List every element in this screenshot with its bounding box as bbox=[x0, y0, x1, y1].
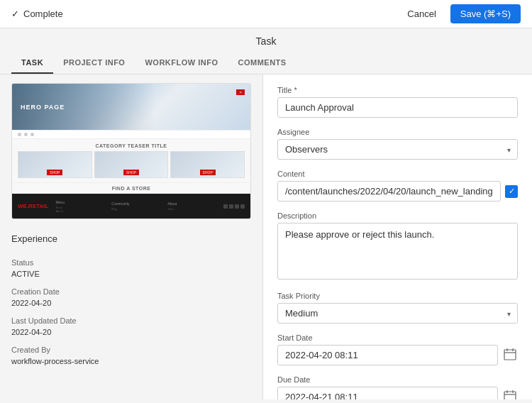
priority-select-wrapper: Low Medium High ▾ bbox=[277, 303, 518, 324]
start-date-label: Start Date bbox=[277, 333, 518, 342]
website-preview: HERO PAGE × CATEGORY TEASER TITLE SHOP S… bbox=[11, 83, 251, 219]
creation-date-value: 2022-04-20 bbox=[11, 299, 51, 307]
checkmark-icon: ✓ bbox=[11, 9, 19, 19]
main-content: HERO PAGE × CATEGORY TEASER TITLE SHOP S… bbox=[0, 74, 532, 399]
experience-label: Experience bbox=[11, 231, 251, 247]
meta-creation-date: Creation Date 2022-04-20 bbox=[11, 287, 251, 308]
content-row bbox=[277, 181, 518, 202]
content-checkbox[interactable] bbox=[505, 185, 518, 198]
last-updated-label: Last Updated Date bbox=[11, 316, 251, 325]
complete-button[interactable]: ✓ Complete bbox=[11, 9, 63, 19]
due-date-row bbox=[277, 387, 518, 399]
footer-col: Community Blog bbox=[111, 202, 163, 211]
footer-col-item: Blog bbox=[111, 207, 163, 211]
preview-category: CATEGORY TEASER TITLE SHOP SHOP SHOP bbox=[12, 138, 250, 182]
assignee-label: Assignee bbox=[277, 128, 518, 136]
card-button: SHOP bbox=[47, 170, 62, 175]
svg-rect-4 bbox=[504, 392, 516, 400]
tab-workflow-info[interactable]: WORKFLOW INFO bbox=[135, 54, 228, 74]
title-input[interactable] bbox=[277, 97, 518, 118]
preview-footer: WE.RETAIL Menu Store About Community Blo… bbox=[12, 194, 250, 219]
due-date-calendar-icon[interactable] bbox=[502, 388, 518, 400]
left-panel: HERO PAGE × CATEGORY TEASER TITLE SHOP S… bbox=[0, 74, 262, 399]
start-date-field-group: Start Date bbox=[277, 333, 518, 365]
content-input[interactable] bbox=[277, 181, 501, 202]
created-by-value: workflow-process-service bbox=[11, 357, 99, 365]
preview-hero: HERO PAGE × bbox=[12, 84, 250, 130]
tab-bar: TASK PROJECT INFO WORKFLOW INFO COMMENTS bbox=[0, 50, 532, 74]
footer-col-title: Menu bbox=[55, 200, 107, 204]
title-field-group: Title * bbox=[277, 86, 518, 118]
assignee-select-wrapper: Observers All Users Admin ▾ bbox=[277, 139, 518, 160]
footer-col-title: Community bbox=[111, 202, 163, 206]
title-label: Title * bbox=[277, 86, 518, 94]
tab-task[interactable]: TASK bbox=[11, 54, 53, 74]
priority-field-group: Task Priority Low Medium High ▾ bbox=[277, 292, 518, 324]
top-right-actions: Cancel Save (⌘+S) bbox=[399, 4, 521, 23]
assignee-select[interactable]: Observers All Users Admin bbox=[277, 139, 518, 160]
status-value: ACTIVE bbox=[11, 270, 40, 278]
social-icon bbox=[223, 204, 228, 209]
assignee-field-group: Assignee Observers All Users Admin ▾ bbox=[277, 128, 518, 160]
description-textarea[interactable]: Please approve or reject this launch. bbox=[277, 223, 518, 280]
created-by-label: Created By bbox=[11, 346, 251, 354]
card-button: SHOP bbox=[200, 170, 216, 175]
social-icon bbox=[240, 204, 245, 209]
tab-comments[interactable]: COMMENTS bbox=[228, 54, 296, 74]
category-cards: SHOP SHOP SHOP bbox=[18, 151, 245, 178]
meta-created-by: Created By workflow-process-service bbox=[11, 346, 251, 366]
creation-date-label: Creation Date bbox=[11, 287, 251, 296]
category-card: SHOP bbox=[94, 151, 169, 178]
category-title: CATEGORY TEASER TITLE bbox=[18, 143, 245, 148]
cancel-button[interactable]: Cancel bbox=[399, 5, 444, 23]
page-title: Task bbox=[0, 28, 532, 47]
priority-select[interactable]: Low Medium High bbox=[277, 303, 518, 324]
description-field-group: Description Please approve or reject thi… bbox=[277, 211, 518, 282]
category-card: SHOP bbox=[18, 151, 92, 178]
preview-nav bbox=[12, 130, 250, 138]
metadata-section: Status ACTIVE Creation Date 2022-04-20 L… bbox=[11, 258, 251, 366]
preview-store: FIND A STORE bbox=[12, 182, 250, 194]
start-date-row bbox=[277, 345, 518, 365]
tab-project-info[interactable]: PROJECT INFO bbox=[53, 54, 135, 74]
right-panel: Title * Assignee Observers All Users Adm… bbox=[262, 74, 532, 399]
footer-col: About Jobs bbox=[167, 202, 219, 211]
footer-col-title: About bbox=[167, 202, 219, 206]
meta-status: Status ACTIVE bbox=[11, 258, 251, 279]
footer-social bbox=[223, 204, 245, 209]
nav-dot bbox=[18, 133, 21, 136]
status-label: Status bbox=[11, 258, 251, 267]
due-date-input[interactable] bbox=[277, 387, 498, 399]
due-date-label: Due Date bbox=[277, 375, 518, 384]
nav-dot bbox=[24, 133, 28, 136]
top-bar: ✓ Complete Cancel Save (⌘+S) bbox=[0, 0, 532, 28]
meta-last-updated: Last Updated Date 2022-04-20 bbox=[11, 316, 251, 337]
card-button: SHOP bbox=[123, 170, 139, 175]
content-field-group: Content bbox=[277, 170, 518, 202]
footer-col-item: About bbox=[55, 209, 107, 213]
last-updated-value: 2022-04-20 bbox=[11, 328, 51, 336]
due-date-field-group: Due Date bbox=[277, 375, 518, 399]
complete-label: Complete bbox=[23, 9, 63, 19]
footer-col-item: Jobs bbox=[167, 207, 219, 211]
category-card: SHOP bbox=[170, 151, 245, 178]
nav-dot bbox=[31, 133, 34, 136]
content-label: Content bbox=[277, 170, 518, 178]
hero-red-bar: × bbox=[236, 89, 245, 95]
description-label: Description bbox=[277, 211, 518, 220]
priority-label: Task Priority bbox=[277, 292, 518, 300]
hero-text: HERO PAGE bbox=[21, 104, 65, 111]
footer-logo: WE.RETAIL bbox=[18, 203, 48, 209]
social-icon bbox=[229, 204, 233, 209]
start-date-input[interactable] bbox=[277, 345, 498, 365]
start-date-calendar-icon[interactable] bbox=[502, 346, 518, 365]
footer-col: Menu Store About bbox=[55, 200, 107, 213]
save-button[interactable]: Save (⌘+S) bbox=[450, 4, 521, 23]
social-icon bbox=[235, 204, 239, 209]
svg-rect-0 bbox=[504, 350, 516, 360]
